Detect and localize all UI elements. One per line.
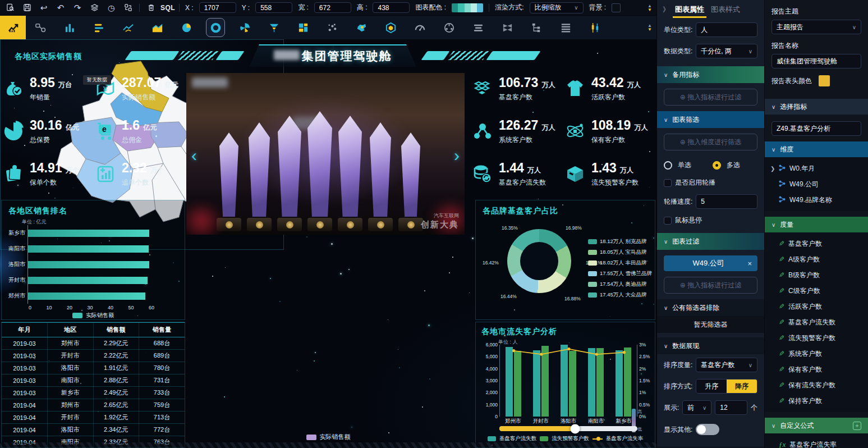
rose-chart-icon[interactable] bbox=[230, 16, 259, 39]
render-mode-select[interactable]: 比例缩放∨ bbox=[530, 2, 584, 13]
donut-chart[interactable] bbox=[507, 229, 571, 293]
dimension-item[interactable]: W49.品牌名称 bbox=[765, 192, 868, 208]
rows-icon[interactable] bbox=[463, 16, 493, 39]
measure-item[interactable]: ✎保有客户数 bbox=[765, 362, 868, 377]
filter-dropzone[interactable]: ⊕ 拖入维度进行筛选 bbox=[664, 134, 757, 150]
measure-item[interactable]: ✎系统客户数 bbox=[765, 346, 868, 362]
measure-item[interactable]: ✎基盘客户流失数 bbox=[765, 314, 868, 330]
section-select-metric[interactable]: ∨选择指标 bbox=[765, 99, 868, 115]
measure-item[interactable]: ✎活跃客户数 bbox=[765, 299, 868, 314]
kpi-right-0[interactable]: 106.73 万人基盘客户数 bbox=[471, 67, 564, 110]
table-row[interactable]: 2019-03开封市2.22亿元689台 bbox=[2, 350, 185, 362]
section-custom-formula[interactable]: ∨自定义公式 + bbox=[765, 418, 868, 433]
scatter-chart-icon[interactable] bbox=[318, 16, 347, 39]
city-churn-analysis-chart[interactable]: 各地市流失客户分析 单位 : 人 6,0005,0004,0003,0002,0… bbox=[475, 322, 655, 448]
chart-toolbar-scroll[interactable]: ▲▼ bbox=[647, 24, 652, 31]
kpi-right-4[interactable]: 1.44 万人基盘客户流失数 bbox=[471, 153, 564, 195]
sort-measure-select[interactable]: 基盘客户数∨ bbox=[696, 358, 757, 372]
section-measures[interactable]: ∨度量 bbox=[765, 217, 868, 232]
x-input[interactable] bbox=[199, 2, 236, 13]
carousel-next-button[interactable]: › bbox=[454, 147, 460, 164]
dimension-item[interactable]: W49.公司 bbox=[765, 176, 868, 192]
map-china-icon[interactable] bbox=[347, 16, 376, 39]
measure-item[interactable]: ✎C级客户数 bbox=[765, 283, 868, 299]
measure-item[interactable]: ✎保有流失客户数 bbox=[765, 377, 868, 393]
measure-item[interactable]: ✎A级客户数 bbox=[765, 252, 868, 267]
sql-icon[interactable]: SQL bbox=[162, 2, 173, 13]
sales-data-table[interactable]: 年月地区销售额销售量2019-03郑州市2.29亿元688台2019-03开封市… bbox=[1, 322, 185, 448]
candlestick-icon[interactable] bbox=[580, 16, 609, 39]
table-row[interactable]: 2019-04郑州市2.65亿元759台 bbox=[2, 399, 185, 412]
hexagon-map-icon[interactable] bbox=[376, 16, 405, 39]
sort-desc-button[interactable]: 降序 bbox=[727, 380, 757, 393]
header-color-swatch[interactable] bbox=[819, 75, 830, 86]
bar-chart-icon[interactable] bbox=[55, 16, 84, 39]
table-row[interactable]: 2019-04洛阳市2.34亿元772台 bbox=[2, 424, 185, 436]
chart-filter-dropzone[interactable]: ⊕ 拖入指标进行过滤 bbox=[664, 277, 757, 294]
list-icon[interactable] bbox=[551, 16, 580, 39]
sort-asc-button[interactable]: 升序 bbox=[696, 380, 727, 393]
undo-curve-icon[interactable]: ↶ bbox=[55, 2, 66, 13]
bar-基盘客户流失数[interactable] bbox=[561, 345, 568, 417]
report-name-input[interactable] bbox=[771, 54, 861, 68]
section-dimensions[interactable]: ∨维度 bbox=[765, 141, 868, 157]
table-row[interactable]: 2019-03南阳市2.88亿元731台 bbox=[2, 374, 185, 387]
show-prefix-select[interactable]: 前∨ bbox=[682, 400, 711, 415]
radio-multi-select[interactable] bbox=[713, 161, 721, 170]
bar-洛阳市[interactable] bbox=[28, 261, 149, 268]
bar-基盘客户流失数[interactable] bbox=[588, 348, 595, 417]
funnel-chart-icon[interactable] bbox=[259, 16, 288, 39]
mouse-hover-checkbox[interactable] bbox=[664, 217, 672, 225]
bar-开封市[interactable] bbox=[28, 277, 148, 284]
chart-palette-swatch[interactable] bbox=[452, 3, 483, 12]
kpi-left-0[interactable]: 8.95 万台年销量 bbox=[2, 67, 94, 110]
bar-流失预警客户数[interactable] bbox=[624, 348, 631, 417]
component-icon[interactable] bbox=[122, 2, 134, 13]
table-row[interactable]: 2019-03新乡市2.49亿元733台 bbox=[2, 387, 185, 399]
tree-icon[interactable] bbox=[522, 16, 551, 39]
radio-single-select[interactable] bbox=[664, 161, 672, 170]
bar-流失预警客户数[interactable] bbox=[514, 351, 521, 417]
region-sales-rank-chart[interactable]: 各地区销售排名 单位 : 亿元 新乡市南阳市洛阳市开封市郑州市 01020304… bbox=[1, 200, 185, 320]
show-count-input[interactable] bbox=[715, 400, 747, 415]
data-zoom-slider[interactable] bbox=[499, 426, 637, 431]
sankey-icon[interactable] bbox=[493, 16, 522, 39]
save-icon[interactable] bbox=[21, 2, 33, 13]
remove-filter-icon[interactable]: × bbox=[747, 259, 752, 268]
kpi-right-2[interactable]: 126.27 万人系统客户数 bbox=[471, 110, 564, 153]
bar-基盘客户流失数[interactable] bbox=[506, 347, 513, 417]
table-row[interactable]: 2019-03洛阳市1.91亿元780台 bbox=[2, 362, 185, 374]
bar-基盘客户流失数[interactable] bbox=[533, 350, 540, 417]
background-swatch[interactable] bbox=[612, 3, 621, 12]
donut-chart-icon[interactable] bbox=[201, 16, 230, 39]
brand-customer-share-chart[interactable]: 各品牌基盘客户占比 16.98%16.91%16.88%16.44%16.42%… bbox=[475, 200, 655, 320]
expand-icon[interactable]: ❯ bbox=[770, 166, 775, 172]
bar-郑州市[interactable] bbox=[28, 292, 145, 300]
height-input[interactable] bbox=[373, 2, 410, 13]
unit-type-input[interactable] bbox=[696, 22, 757, 37]
kpi-right-5[interactable]: 1.43 万人流失预警客户数 bbox=[564, 153, 656, 195]
timer-icon[interactable]: ◷ bbox=[105, 2, 117, 13]
measure-item[interactable]: ✎流失预警客户数 bbox=[765, 330, 868, 346]
section-data-display[interactable]: ∨数据展现 bbox=[657, 337, 764, 354]
tab-chart-style[interactable]: 图表样式 bbox=[711, 4, 740, 15]
section-public-filter-exclude[interactable]: ∨公有筛选器排除 bbox=[657, 299, 764, 316]
add-formula-icon[interactable]: + bbox=[853, 422, 861, 430]
bar-新乡市[interactable] bbox=[28, 230, 149, 237]
kpi-left-4[interactable]: 14.91 万个保单个数 bbox=[2, 153, 94, 195]
kpi-left-2[interactable]: 30.16 亿元总保费 bbox=[2, 110, 94, 153]
carousel-speed-input[interactable] bbox=[696, 194, 757, 209]
relation-icon[interactable] bbox=[26, 16, 55, 39]
area-chart-icon[interactable] bbox=[143, 16, 172, 39]
backup-dropzone[interactable]: ⊕ 拖入指标进行过滤 bbox=[664, 89, 757, 106]
redo-curve-icon[interactable]: ↷ bbox=[72, 2, 83, 13]
bar-基盘客户流失数[interactable] bbox=[616, 350, 623, 417]
filter-chip-company[interactable]: W49.公司 × bbox=[664, 255, 757, 271]
carousel-image[interactable]: ‹ › 汽车互联网 创新大典 bbox=[186, 73, 465, 235]
measure-item[interactable]: ✎保持客户数 bbox=[765, 393, 868, 409]
section-chart-filtering[interactable]: ∨图表过滤 bbox=[657, 233, 764, 250]
tab-chart-properties[interactable]: 图表属性 bbox=[675, 4, 704, 15]
data-type-select[interactable]: 千分位, 两∨ bbox=[696, 44, 757, 58]
kpi-trend-icon[interactable] bbox=[0, 16, 26, 39]
layers-icon[interactable] bbox=[89, 2, 100, 13]
